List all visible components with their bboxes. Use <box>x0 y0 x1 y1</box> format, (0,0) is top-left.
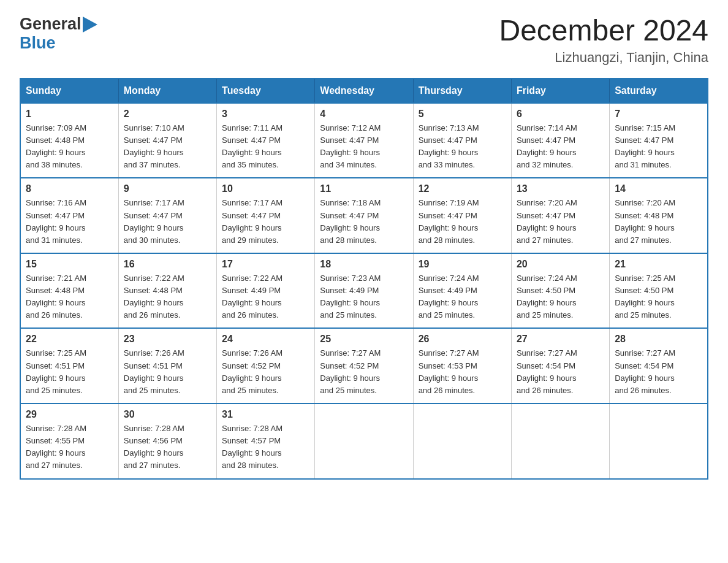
day-number: 3 <box>222 109 309 120</box>
day-number: 11 <box>320 183 408 194</box>
day-info: Sunrise: 7:13 AMSunset: 4:47 PMDaylight:… <box>419 122 506 172</box>
day-info: Sunrise: 7:14 AMSunset: 4:47 PMDaylight:… <box>517 122 604 172</box>
day-info: Sunrise: 7:27 AMSunset: 4:54 PMDaylight:… <box>615 347 702 397</box>
calendar-week-5: 29Sunrise: 7:28 AMSunset: 4:55 PMDayligh… <box>20 404 708 479</box>
day-detail-line: and 29 minutes. <box>222 236 279 245</box>
day-detail-line: and 26 minutes. <box>222 310 279 320</box>
day-cell-28: 28Sunrise: 7:27 AMSunset: 4:54 PMDayligh… <box>610 328 708 404</box>
day-number: 2 <box>124 109 211 120</box>
day-cell-20: 20Sunrise: 7:24 AMSunset: 4:50 PMDayligh… <box>511 253 609 329</box>
day-number: 26 <box>419 334 506 345</box>
day-cell-17: 17Sunrise: 7:22 AMSunset: 4:49 PMDayligh… <box>217 253 315 329</box>
empty-cell <box>511 404 609 479</box>
day-detail-line: Daylight: 9 hours <box>222 148 282 157</box>
day-cell-30: 30Sunrise: 7:28 AMSunset: 4:56 PMDayligh… <box>118 404 216 479</box>
day-number: 22 <box>26 334 113 345</box>
day-info: Sunrise: 7:27 AMSunset: 4:53 PMDaylight:… <box>419 347 506 397</box>
day-detail-line: Sunrise: 7:17 AM <box>222 198 282 207</box>
day-detail-line: Sunrise: 7:22 AM <box>222 274 282 283</box>
day-cell-10: 10Sunrise: 7:17 AMSunset: 4:47 PMDayligh… <box>217 178 315 253</box>
day-detail-line: Sunset: 4:48 PM <box>615 211 673 220</box>
day-detail-line: Sunset: 4:47 PM <box>517 136 575 145</box>
logo-icon <box>83 15 101 34</box>
day-cell-23: 23Sunrise: 7:26 AMSunset: 4:51 PMDayligh… <box>118 328 216 404</box>
day-number: 27 <box>517 334 604 345</box>
day-detail-line: Daylight: 9 hours <box>222 373 282 383</box>
day-detail-line: and 31 minutes. <box>615 160 672 169</box>
day-detail-line: Sunset: 4:47 PM <box>222 211 281 220</box>
day-detail-line: Sunrise: 7:09 AM <box>26 123 86 132</box>
day-number: 4 <box>320 109 408 120</box>
day-detail-line: and 33 minutes. <box>419 160 476 169</box>
day-detail-line: Sunrise: 7:15 AM <box>615 123 675 132</box>
day-info: Sunrise: 7:16 AMSunset: 4:47 PMDaylight:… <box>26 197 113 247</box>
day-detail-line: and 27 minutes. <box>517 236 574 245</box>
day-info: Sunrise: 7:27 AMSunset: 4:54 PMDaylight:… <box>517 347 604 397</box>
day-detail-line: Sunset: 4:47 PM <box>320 136 379 145</box>
day-info: Sunrise: 7:21 AMSunset: 4:48 PMDaylight:… <box>26 272 113 322</box>
day-detail-line: Sunset: 4:55 PM <box>26 436 85 445</box>
day-number: 12 <box>419 183 506 194</box>
day-detail-line: Sunrise: 7:21 AM <box>26 274 86 283</box>
day-number: 19 <box>419 259 506 270</box>
day-info: Sunrise: 7:19 AMSunset: 4:47 PMDaylight:… <box>419 197 506 247</box>
day-cell-18: 18Sunrise: 7:23 AMSunset: 4:49 PMDayligh… <box>315 253 413 329</box>
day-detail-line: Sunrise: 7:19 AM <box>419 198 479 207</box>
weekday-header-wednesday: Wednesday <box>315 79 413 103</box>
empty-cell <box>610 404 708 479</box>
weekday-header-monday: Monday <box>118 79 216 103</box>
day-cell-5: 5Sunrise: 7:13 AMSunset: 4:47 PMDaylight… <box>413 103 511 178</box>
day-detail-line: Sunrise: 7:12 AM <box>320 123 381 132</box>
calendar-table: SundayMondayTuesdayWednesdayThursdayFrid… <box>20 78 708 480</box>
weekday-header-sunday: Sunday <box>20 79 118 103</box>
day-info: Sunrise: 7:28 AMSunset: 4:55 PMDaylight:… <box>26 423 113 472</box>
day-info: Sunrise: 7:17 AMSunset: 4:47 PMDaylight:… <box>222 197 309 247</box>
day-detail-line: Sunset: 4:47 PM <box>124 211 183 220</box>
weekday-header-friday: Friday <box>511 79 609 103</box>
day-detail-line: Sunset: 4:47 PM <box>222 136 281 145</box>
day-info: Sunrise: 7:12 AMSunset: 4:47 PMDaylight:… <box>320 122 408 172</box>
day-detail-line: Daylight: 9 hours <box>124 298 184 307</box>
weekday-header-row: SundayMondayTuesdayWednesdayThursdayFrid… <box>20 79 708 103</box>
day-detail-line: Daylight: 9 hours <box>320 223 380 232</box>
day-detail-line: and 25 minutes. <box>320 386 377 395</box>
day-detail-line: and 27 minutes. <box>615 236 672 245</box>
day-detail-line: Daylight: 9 hours <box>320 148 380 157</box>
day-number: 13 <box>517 183 604 194</box>
day-detail-line: Sunrise: 7:27 AM <box>419 348 479 358</box>
day-detail-line: and 32 minutes. <box>517 160 574 169</box>
day-number: 9 <box>124 183 211 194</box>
day-detail-line: and 28 minutes. <box>419 236 476 245</box>
day-info: Sunrise: 7:27 AMSunset: 4:52 PMDaylight:… <box>320 347 408 397</box>
day-detail-line: Sunset: 4:54 PM <box>615 361 673 370</box>
weekday-header-tuesday: Tuesday <box>217 79 315 103</box>
day-detail-line: and 25 minutes. <box>222 386 279 395</box>
day-detail-line: and 25 minutes. <box>124 386 181 395</box>
day-detail-line: Daylight: 9 hours <box>26 373 86 383</box>
day-detail-line: Sunset: 4:52 PM <box>222 361 281 370</box>
day-detail-line: Sunrise: 7:25 AM <box>26 348 86 358</box>
day-cell-22: 22Sunrise: 7:25 AMSunset: 4:51 PMDayligh… <box>20 328 118 404</box>
day-detail-line: Sunrise: 7:26 AM <box>222 348 282 358</box>
day-detail-line: and 25 minutes. <box>615 310 672 320</box>
day-detail-line: and 30 minutes. <box>124 236 181 245</box>
day-detail-line: Sunrise: 7:28 AM <box>124 424 184 433</box>
day-detail-line: and 38 minutes. <box>26 160 83 169</box>
day-cell-29: 29Sunrise: 7:28 AMSunset: 4:55 PMDayligh… <box>20 404 118 479</box>
day-detail-line: Sunset: 4:47 PM <box>419 136 477 145</box>
calendar-week-1: 1Sunrise: 7:09 AMSunset: 4:48 PMDaylight… <box>20 103 708 178</box>
day-number: 29 <box>26 409 113 420</box>
day-detail-line: Daylight: 9 hours <box>26 148 86 157</box>
day-detail-line: Sunset: 4:48 PM <box>124 286 183 295</box>
day-detail-line: Sunset: 4:51 PM <box>26 361 85 370</box>
day-cell-12: 12Sunrise: 7:19 AMSunset: 4:47 PMDayligh… <box>413 178 511 253</box>
day-cell-2: 2Sunrise: 7:10 AMSunset: 4:47 PMDaylight… <box>118 103 216 178</box>
day-cell-7: 7Sunrise: 7:15 AMSunset: 4:47 PMDaylight… <box>610 103 708 178</box>
day-detail-line: Daylight: 9 hours <box>615 298 675 307</box>
day-detail-line: Sunrise: 7:13 AM <box>419 123 479 132</box>
day-detail-line: Sunset: 4:49 PM <box>419 286 477 295</box>
day-detail-line: Sunrise: 7:10 AM <box>124 123 184 132</box>
day-detail-line: Sunset: 4:54 PM <box>517 361 575 370</box>
day-detail-line: Sunset: 4:48 PM <box>26 136 85 145</box>
day-detail-line: Sunrise: 7:27 AM <box>320 348 381 358</box>
